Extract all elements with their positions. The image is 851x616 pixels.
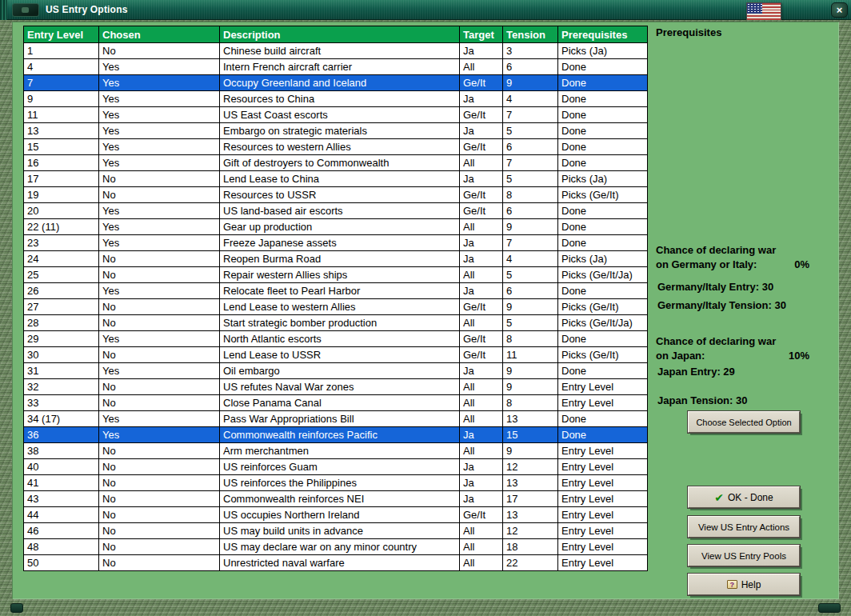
table-cell[interactable]: 34 (17) [24, 411, 99, 427]
table-cell[interactable]: Ja [460, 91, 503, 107]
table-cell[interactable]: Entry Level [558, 555, 648, 571]
table-cell[interactable]: 9 [503, 363, 558, 379]
table-cell[interactable]: 20 [24, 203, 99, 219]
table-row[interactable]: 9YesResources to ChinaJa4Done [24, 91, 648, 107]
table-cell[interactable]: Commonwealth reinforces Pacific [220, 427, 460, 443]
table-cell[interactable]: Ge/It [460, 347, 503, 363]
table-cell[interactable]: 50 [24, 555, 99, 571]
table-cell[interactable]: All [460, 219, 503, 235]
table-cell[interactable]: Relocate fleet to Pearl Harbor [220, 283, 460, 299]
table-cell[interactable]: Ja [460, 235, 503, 251]
table-cell[interactable]: US occupies Northern Ireland [220, 507, 460, 523]
table-row[interactable]: 48NoUS may declare war on any minor coun… [24, 539, 648, 555]
table-row[interactable]: 36YesCommonwealth reinforces PacificJa15… [24, 427, 648, 443]
table-cell[interactable]: Yes [99, 155, 220, 171]
table-cell[interactable]: 15 [24, 139, 99, 155]
table-cell[interactable]: No [99, 187, 220, 203]
table-cell[interactable]: Ge/It [460, 139, 503, 155]
table-cell[interactable]: 8 [503, 331, 558, 347]
table-cell[interactable]: 7 [24, 75, 99, 91]
table-cell[interactable]: 29 [24, 331, 99, 347]
table-cell[interactable]: 5 [503, 123, 558, 139]
table-cell[interactable]: Lend Lease to western Allies [220, 299, 460, 315]
table-cell[interactable]: Resources to USSR [220, 187, 460, 203]
table-cell[interactable]: Yes [99, 107, 220, 123]
table-cell[interactable]: US refutes Naval War zones [220, 379, 460, 395]
table-cell[interactable]: All [460, 539, 503, 555]
table-row[interactable]: 44NoUS occupies Northern IrelandGe/It13E… [24, 507, 648, 523]
table-cell[interactable]: No [99, 555, 220, 571]
table-cell[interactable]: Entry Level [558, 539, 648, 555]
table-cell[interactable]: Freeze Japanese assets [220, 235, 460, 251]
table-cell[interactable]: Ja [460, 283, 503, 299]
table-cell[interactable]: No [99, 459, 220, 475]
table-cell[interactable]: 13 [503, 475, 558, 491]
table-cell[interactable]: 4 [503, 251, 558, 267]
table-cell[interactable]: All [460, 59, 503, 75]
table-cell[interactable]: Unrestricted naval warfare [220, 555, 460, 571]
table-row[interactable]: 20YesUS land-based air escortsGe/It6Done [24, 203, 648, 219]
table-cell[interactable]: US reinforces the Philippines [220, 475, 460, 491]
table-cell[interactable]: 48 [24, 539, 99, 555]
table-cell[interactable]: All [460, 411, 503, 427]
table-cell[interactable]: 26 [24, 283, 99, 299]
table-cell[interactable]: 7 [503, 235, 558, 251]
table-cell[interactable]: 19 [24, 187, 99, 203]
table-cell[interactable]: 3 [503, 43, 558, 59]
table-cell[interactable]: 28 [24, 315, 99, 331]
table-cell[interactable]: Lend Lease to USSR [220, 347, 460, 363]
table-cell[interactable]: 30 [24, 347, 99, 363]
table-cell[interactable]: Ge/It [460, 331, 503, 347]
table-cell[interactable]: All [460, 315, 503, 331]
table-cell[interactable]: Pass War Appropriations Bill [220, 411, 460, 427]
table-cell[interactable]: Picks (Ja) [558, 43, 648, 59]
table-row[interactable]: 30NoLend Lease to USSRGe/It11Picks (Ge/I… [24, 347, 648, 363]
table-cell[interactable]: Resources to China [220, 91, 460, 107]
table-cell[interactable]: 22 (11) [24, 219, 99, 235]
table-cell[interactable]: Ja [460, 251, 503, 267]
table-cell[interactable]: Lend Lease to China [220, 171, 460, 187]
table-cell[interactable]: 11 [24, 107, 99, 123]
table-row[interactable]: 32NoUS refutes Naval War zonesAll9Entry … [24, 379, 648, 395]
table-row[interactable]: 43NoCommonwealth reinforces NEIJa17Entry… [24, 491, 648, 507]
table-cell[interactable]: 41 [24, 475, 99, 491]
table-row[interactable]: 34 (17)YesPass War Appropriations BillAl… [24, 411, 648, 427]
table-cell[interactable]: No [99, 539, 220, 555]
table-cell[interactable]: 17 [24, 171, 99, 187]
table-cell[interactable]: Entry Level [558, 491, 648, 507]
table-cell[interactable]: No [99, 491, 220, 507]
table-row[interactable]: 4YesIntern French aircraft carrierAll6Do… [24, 59, 648, 75]
table-cell[interactable]: Yes [99, 411, 220, 427]
table-cell[interactable]: Repair western Allies ships [220, 267, 460, 283]
view-us-entry-pools-button[interactable]: View US Entry Pools [688, 545, 800, 566]
table-cell[interactable]: All [460, 523, 503, 539]
table-cell[interactable]: 13 [24, 123, 99, 139]
table-cell[interactable]: Ge/It [460, 187, 503, 203]
table-cell[interactable]: Ja [460, 363, 503, 379]
table-cell[interactable]: Ge/It [460, 203, 503, 219]
table-cell[interactable]: No [99, 315, 220, 331]
table-cell[interactable]: 27 [24, 299, 99, 315]
table-cell[interactable]: Reopen Burma Road [220, 251, 460, 267]
table-cell[interactable]: 9 [503, 379, 558, 395]
table-cell[interactable]: Chinese build aircraft [220, 43, 460, 59]
table-cell[interactable]: US may build units in advance [220, 523, 460, 539]
table-cell[interactable]: Ja [460, 491, 503, 507]
table-cell[interactable]: Arm merchantmen [220, 443, 460, 459]
table-cell[interactable]: Yes [99, 59, 220, 75]
table-cell[interactable]: Ja [460, 43, 503, 59]
table-cell[interactable]: Ja [460, 123, 503, 139]
table-row[interactable]: 1NoChinese build aircraftJa3Picks (Ja) [24, 43, 648, 59]
table-cell[interactable]: Yes [99, 235, 220, 251]
table-cell[interactable]: No [99, 507, 220, 523]
table-cell[interactable]: US reinforces Guam [220, 459, 460, 475]
table-row[interactable]: 16YesGift of destroyers to CommonwealthA… [24, 155, 648, 171]
table-cell[interactable]: 5 [503, 267, 558, 283]
table-cell[interactable]: Done [558, 107, 648, 123]
table-cell[interactable]: Yes [99, 139, 220, 155]
table-cell[interactable]: No [99, 299, 220, 315]
table-cell[interactable]: Yes [99, 203, 220, 219]
table-cell[interactable]: Commonwealth reinforces NEI [220, 491, 460, 507]
table-cell[interactable]: Ge/It [460, 507, 503, 523]
table-cell[interactable]: Done [558, 203, 648, 219]
